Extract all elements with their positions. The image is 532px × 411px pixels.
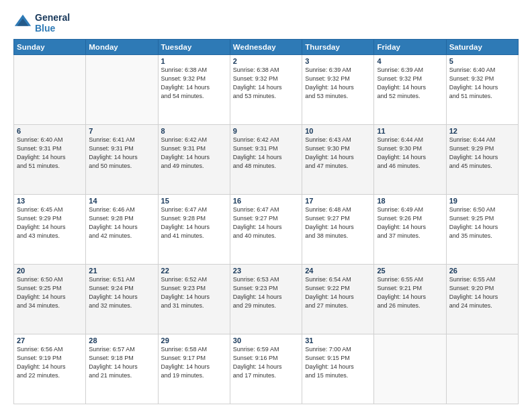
- day-number: 10: [305, 127, 371, 135]
- day-info: Sunrise: 6:42 AMSunset: 9:31 PMDaylight:…: [161, 136, 227, 171]
- day-info: Sunrise: 6:54 AMSunset: 9:22 PMDaylight:…: [305, 275, 371, 310]
- header-row: SundayMondayTuesdayWednesdayThursdayFrid…: [14, 40, 519, 55]
- day-info: Sunrise: 6:41 AMSunset: 9:31 PMDaylight:…: [89, 136, 154, 171]
- day-info: Sunrise: 6:53 AMSunset: 9:23 PMDaylight:…: [233, 275, 299, 310]
- day-cell: 29Sunrise: 6:58 AMSunset: 9:17 PMDayligh…: [158, 334, 230, 404]
- day-cell: 30Sunrise: 6:59 AMSunset: 9:16 PMDayligh…: [230, 334, 302, 404]
- day-number: 27: [17, 336, 83, 345]
- day-cell: 21Sunrise: 6:51 AMSunset: 9:24 PMDayligh…: [86, 265, 158, 334]
- day-number: 28: [89, 336, 154, 345]
- day-cell: 2Sunrise: 6:38 AMSunset: 9:32 PMDaylight…: [230, 55, 302, 125]
- day-number: 21: [89, 267, 154, 275]
- day-info: Sunrise: 6:50 AMSunset: 9:25 PMDaylight:…: [17, 275, 83, 310]
- day-number: 1: [161, 57, 227, 65]
- day-header-sunday: Sunday: [14, 40, 86, 55]
- day-info: Sunrise: 6:39 AMSunset: 9:32 PMDaylight:…: [377, 66, 443, 101]
- day-cell: 26Sunrise: 6:55 AMSunset: 9:20 PMDayligh…: [446, 265, 518, 334]
- day-number: 9: [233, 127, 299, 135]
- day-number: 31: [305, 336, 371, 345]
- week-row-4: 20Sunrise: 6:50 AMSunset: 9:25 PMDayligh…: [14, 265, 519, 334]
- day-number: 12: [449, 127, 515, 135]
- day-number: 26: [449, 267, 515, 275]
- day-number: 18: [377, 197, 443, 205]
- day-number: 5: [449, 57, 515, 65]
- day-number: 25: [377, 267, 443, 275]
- day-number: 4: [377, 57, 443, 65]
- day-number: 15: [161, 197, 227, 205]
- day-cell: 15Sunrise: 6:47 AMSunset: 9:28 PMDayligh…: [158, 195, 230, 265]
- day-number: 8: [161, 127, 227, 135]
- day-number: 22: [161, 267, 227, 275]
- day-info: Sunrise: 6:55 AMSunset: 9:21 PMDaylight:…: [377, 275, 443, 310]
- day-cell: 31Sunrise: 7:00 AMSunset: 9:15 PMDayligh…: [302, 334, 374, 404]
- day-number: 11: [377, 127, 443, 135]
- day-info: Sunrise: 6:40 AMSunset: 9:31 PMDaylight:…: [17, 136, 83, 171]
- day-cell: [14, 55, 86, 125]
- day-info: Sunrise: 6:57 AMSunset: 9:18 PMDaylight:…: [89, 345, 154, 380]
- day-cell: 16Sunrise: 6:47 AMSunset: 9:27 PMDayligh…: [230, 195, 302, 265]
- day-cell: 12Sunrise: 6:44 AMSunset: 9:29 PMDayligh…: [446, 125, 518, 195]
- day-number: 13: [17, 197, 83, 205]
- logo-icon: [13, 13, 32, 32]
- day-cell: 17Sunrise: 6:48 AMSunset: 9:27 PMDayligh…: [302, 195, 374, 265]
- day-info: Sunrise: 6:48 AMSunset: 9:27 PMDaylight:…: [305, 205, 371, 240]
- day-info: Sunrise: 6:40 AMSunset: 9:32 PMDaylight:…: [449, 66, 515, 101]
- day-cell: 4Sunrise: 6:39 AMSunset: 9:32 PMDaylight…: [374, 55, 446, 125]
- day-cell: 23Sunrise: 6:53 AMSunset: 9:23 PMDayligh…: [230, 265, 302, 334]
- day-cell: [446, 334, 518, 404]
- logo-text: General Blue: [35, 12, 70, 34]
- day-info: Sunrise: 6:59 AMSunset: 9:16 PMDaylight:…: [233, 345, 299, 380]
- day-number: 14: [89, 197, 154, 205]
- day-cell: 25Sunrise: 6:55 AMSunset: 9:21 PMDayligh…: [374, 265, 446, 334]
- day-cell: 27Sunrise: 6:56 AMSunset: 9:19 PMDayligh…: [14, 334, 86, 404]
- day-cell: 5Sunrise: 6:40 AMSunset: 9:32 PMDaylight…: [446, 55, 518, 125]
- day-info: Sunrise: 6:38 AMSunset: 9:32 PMDaylight:…: [161, 66, 227, 101]
- day-number: 30: [233, 336, 299, 345]
- day-number: 2: [233, 57, 299, 65]
- day-info: Sunrise: 6:47 AMSunset: 9:27 PMDaylight:…: [233, 205, 299, 240]
- day-number: 20: [17, 267, 83, 275]
- day-cell: 24Sunrise: 6:54 AMSunset: 9:22 PMDayligh…: [302, 265, 374, 334]
- day-number: 29: [161, 336, 227, 345]
- logo: General Blue: [13, 12, 70, 34]
- day-header-thursday: Thursday: [302, 40, 374, 55]
- day-cell: 14Sunrise: 6:46 AMSunset: 9:28 PMDayligh…: [86, 195, 158, 265]
- day-info: Sunrise: 6:45 AMSunset: 9:29 PMDaylight:…: [17, 205, 83, 240]
- day-cell: 10Sunrise: 6:43 AMSunset: 9:30 PMDayligh…: [302, 125, 374, 195]
- day-cell: 18Sunrise: 6:49 AMSunset: 9:26 PMDayligh…: [374, 195, 446, 265]
- day-info: Sunrise: 6:52 AMSunset: 9:23 PMDaylight:…: [161, 275, 227, 310]
- day-header-tuesday: Tuesday: [158, 40, 230, 55]
- day-number: 7: [89, 127, 154, 135]
- day-info: Sunrise: 6:58 AMSunset: 9:17 PMDaylight:…: [161, 345, 227, 380]
- day-number: 17: [305, 197, 371, 205]
- day-info: Sunrise: 6:38 AMSunset: 9:32 PMDaylight:…: [233, 66, 299, 101]
- day-info: Sunrise: 6:56 AMSunset: 9:19 PMDaylight:…: [17, 345, 83, 380]
- day-cell: [374, 334, 446, 404]
- week-row-2: 6Sunrise: 6:40 AMSunset: 9:31 PMDaylight…: [14, 125, 519, 195]
- calendar-table: SundayMondayTuesdayWednesdayThursdayFrid…: [13, 39, 519, 404]
- day-info: Sunrise: 6:44 AMSunset: 9:29 PMDaylight:…: [449, 136, 515, 171]
- day-header-wednesday: Wednesday: [230, 40, 302, 55]
- day-info: Sunrise: 6:55 AMSunset: 9:20 PMDaylight:…: [449, 275, 515, 310]
- day-info: Sunrise: 6:47 AMSunset: 9:28 PMDaylight:…: [161, 205, 227, 240]
- calendar-page: General Blue SundayMondayTuesdayWednesda…: [0, 0, 532, 411]
- day-cell: 11Sunrise: 6:44 AMSunset: 9:30 PMDayligh…: [374, 125, 446, 195]
- day-info: Sunrise: 6:46 AMSunset: 9:28 PMDaylight:…: [89, 205, 154, 240]
- day-cell: 28Sunrise: 6:57 AMSunset: 9:18 PMDayligh…: [86, 334, 158, 404]
- day-header-saturday: Saturday: [446, 40, 518, 55]
- day-number: 3: [305, 57, 371, 65]
- day-cell: 1Sunrise: 6:38 AMSunset: 9:32 PMDaylight…: [158, 55, 230, 125]
- day-cell: 22Sunrise: 6:52 AMSunset: 9:23 PMDayligh…: [158, 265, 230, 334]
- day-info: Sunrise: 6:49 AMSunset: 9:26 PMDaylight:…: [377, 205, 443, 240]
- day-cell: 20Sunrise: 6:50 AMSunset: 9:25 PMDayligh…: [14, 265, 86, 334]
- day-header-friday: Friday: [374, 40, 446, 55]
- day-info: Sunrise: 6:44 AMSunset: 9:30 PMDaylight:…: [377, 136, 443, 171]
- day-cell: 19Sunrise: 6:50 AMSunset: 9:25 PMDayligh…: [446, 195, 518, 265]
- day-number: 19: [449, 197, 515, 205]
- day-cell: 8Sunrise: 6:42 AMSunset: 9:31 PMDaylight…: [158, 125, 230, 195]
- day-cell: 13Sunrise: 6:45 AMSunset: 9:29 PMDayligh…: [14, 195, 86, 265]
- day-info: Sunrise: 6:39 AMSunset: 9:32 PMDaylight:…: [305, 66, 371, 101]
- day-cell: 6Sunrise: 6:40 AMSunset: 9:31 PMDaylight…: [14, 125, 86, 195]
- day-info: Sunrise: 6:50 AMSunset: 9:25 PMDaylight:…: [449, 205, 515, 240]
- day-number: 23: [233, 267, 299, 275]
